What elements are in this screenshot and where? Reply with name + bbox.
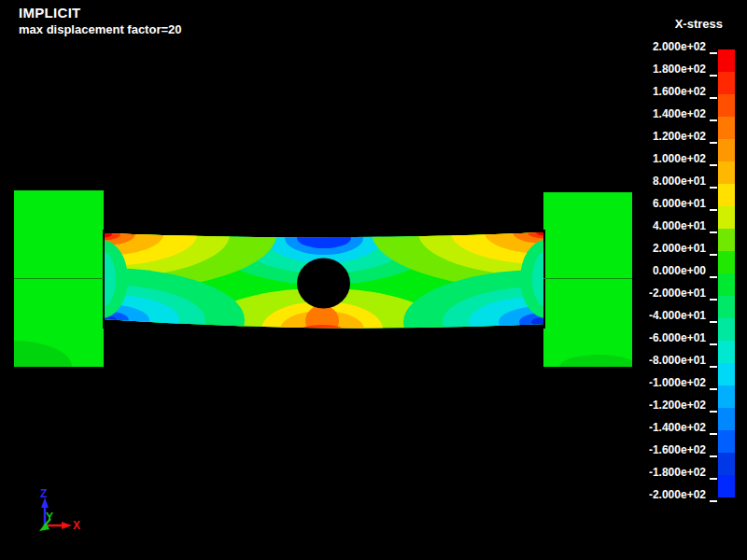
legend-tick-mark [710, 388, 717, 390]
legend-color-segment [718, 251, 735, 273]
legend-color-segment [718, 341, 735, 363]
legend-value-label: 1.600e+02 [618, 84, 706, 99]
legend-color-segment [718, 72, 735, 94]
legend-color-segment [718, 184, 735, 206]
legend-value-label: 1.800e+02 [618, 62, 706, 77]
legend-tick-mark [710, 478, 717, 480]
axis-triad: ZXY [39, 487, 80, 532]
legend-color-segment [718, 49, 735, 72]
legend-color-segment [718, 296, 735, 318]
legend-color-segment [718, 408, 735, 430]
analysis-title: IMPLICIT [19, 5, 81, 21]
legend-value-label: -1.000e+02 [618, 375, 706, 390]
legend-tick-mark [710, 366, 717, 368]
legend-tick-mark [710, 119, 717, 121]
legend-color-segment [718, 273, 735, 296]
legend-value-label: 2.000e+01 [618, 241, 706, 256]
legend-tick-mark [710, 97, 717, 99]
legend-tick-mark [710, 187, 717, 189]
contour-band-top-center-compression [297, 228, 351, 248]
legend-tick-mark [710, 455, 717, 457]
legend-color-segment [718, 161, 735, 184]
legend-tick-mark [710, 299, 717, 301]
legend-value-label: 1.000e+02 [618, 151, 706, 166]
legend-value-label: 2.000e+02 [618, 39, 706, 54]
legend-value-label: -8.000e+01 [618, 353, 706, 368]
legend-color-segment [718, 430, 735, 453]
legend-color-segment [718, 94, 735, 117]
legend-value-label: -1.400e+02 [618, 420, 706, 435]
legend-tick-mark [710, 209, 717, 211]
contour-band-bottom-center-tension [298, 325, 346, 340]
x-axis-arrow-icon [62, 522, 72, 529]
legend-value-label: 1.200e+02 [618, 129, 706, 144]
legend-tick-mark [710, 52, 717, 54]
legend-value-label: -6.000e+01 [618, 330, 706, 345]
legend-value-label: -1.200e+02 [618, 398, 706, 413]
legend-value-label: -1.800e+02 [618, 465, 706, 480]
legend-value-label: 0.000e+00 [618, 263, 706, 278]
legend-value-label: -4.000e+01 [618, 308, 706, 323]
legend-tick-mark [710, 500, 717, 502]
legend-value-label: -2.000e+02 [618, 487, 706, 502]
legend-color-segment [718, 206, 735, 229]
legend-tick-mark [710, 433, 717, 435]
y-axis-label: Y [46, 511, 53, 524]
legend-tick-mark [710, 164, 717, 166]
legend-value-label: -1.600e+02 [618, 442, 706, 457]
legend-color-segment [718, 363, 735, 385]
x-axis-label: X [73, 519, 80, 532]
legend-title: X-stress [675, 17, 723, 31]
legend-value-label: 4.000e+01 [618, 218, 706, 233]
legend-tick-mark [710, 75, 717, 77]
specimen-hole [297, 259, 350, 309]
z-axis-label: Z [40, 487, 47, 500]
legend-tick-mark [710, 411, 717, 413]
legend-value-label: 1.400e+02 [618, 106, 706, 121]
legend-color-segment [718, 453, 735, 475]
legend-tick-mark [710, 321, 717, 323]
contour-band-bottom-center-tension [305, 305, 339, 337]
legend-tick-mark [710, 343, 717, 345]
legend-value-label: -2.000e+01 [618, 286, 706, 301]
legend-color-segment [718, 318, 735, 341]
displacement-factor-note: max displacement factor=20 [19, 22, 182, 36]
legend-color-segment [718, 229, 735, 251]
legend-color-segment [718, 475, 735, 497]
legend-color-segment [718, 117, 735, 139]
legend-value-label: 6.000e+01 [618, 196, 706, 211]
legend-tick-mark [710, 142, 717, 144]
legend-tick-mark [710, 254, 717, 256]
legend-color-segment [718, 385, 735, 408]
legend-tick-mark [710, 276, 717, 278]
legend-color-segment [718, 139, 735, 161]
legend-value-label: 8.000e+01 [618, 174, 706, 189]
legend-tick-mark [710, 231, 717, 233]
